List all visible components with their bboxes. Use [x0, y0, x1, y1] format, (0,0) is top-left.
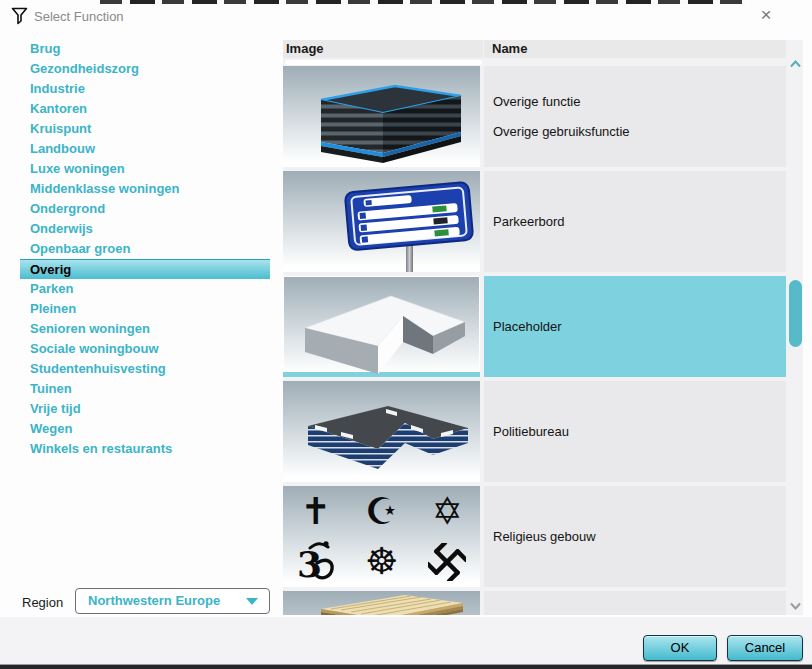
function-name-cell: Placeholder — [484, 276, 786, 377]
function-name-label: Parkeerbord — [493, 214, 786, 229]
sidebar-item-onderwijs[interactable]: Onderwijs — [20, 219, 270, 239]
function-name-cell: Religieus gebouw — [484, 486, 786, 587]
religious-symbol-icon: ☸ — [349, 537, 415, 588]
religious-symbol-icon: ☪ — [349, 486, 415, 537]
region-value: Northwestern Europe — [88, 593, 220, 608]
sidebar-item-openbaar-groen[interactable]: Openbaar groen — [20, 239, 270, 259]
religious-symbol-icon: ✝ — [283, 486, 349, 537]
wood-planks-icon — [283, 591, 480, 615]
function-name-cell: Parkeerbord — [484, 171, 786, 272]
function-name-cell — [484, 591, 786, 615]
placeholder-wedge-icon — [283, 276, 480, 377]
religious-symbol-icon: ✡ — [414, 486, 480, 537]
function-name-label: Politiebureau — [493, 424, 786, 439]
function-row-placeholder[interactable]: Placeholder — [283, 276, 786, 377]
sidebar-item-kruispunt[interactable]: Kruispunt — [20, 119, 270, 139]
filter-funnel-icon — [10, 6, 30, 26]
function-rows: Overige functieOverige gebruiksfunctie P… — [283, 66, 786, 615]
region-label: Region — [22, 595, 63, 610]
function-row-politiebureau[interactable]: Politiebureau — [283, 381, 786, 482]
sidebar-item-studentenhuisvesting[interactable]: Studentenhuisvesting — [20, 359, 270, 379]
scroll-down-icon[interactable] — [789, 602, 802, 610]
function-name-cell: Politiebureau — [484, 381, 786, 482]
dialog-title: Select Function — [34, 9, 124, 24]
function-row-parkeerbord[interactable]: Parkeerbord — [283, 171, 786, 272]
cancel-button[interactable]: Cancel — [727, 635, 803, 661]
vertical-scrollbar[interactable] — [788, 40, 803, 615]
sidebar-item-ondergrond[interactable]: Ondergrond — [20, 199, 270, 219]
sidebar-item-landbouw[interactable]: Landbouw — [20, 139, 270, 159]
sidebar-item-overig[interactable]: Overig — [20, 259, 270, 279]
function-row-partial[interactable] — [283, 591, 786, 615]
religious-symbols-icon: ✝☪✡ 3 ☸ — [283, 486, 480, 587]
sidebar-item-pleinen[interactable]: Pleinen — [20, 299, 270, 319]
function-name-label: Overige gebruiksfunctie — [493, 124, 786, 139]
horizontal-scrollbar[interactable] — [285, 60, 482, 65]
column-header-image[interactable]: Image — [283, 40, 483, 58]
scroll-up-icon[interactable] — [789, 60, 802, 68]
close-icon[interactable]: × — [752, 3, 780, 27]
sidebar-item-parken[interactable]: Parken — [20, 279, 270, 299]
sidebar-item-vrije-tijd[interactable]: Vrije tijd — [20, 399, 270, 419]
sidebar-item-industrie[interactable]: Industrie — [20, 79, 270, 99]
sidebar-item-tuinen[interactable]: Tuinen — [20, 379, 270, 399]
category-list: BrugGezondheidszorgIndustrieKantorenKrui… — [20, 39, 270, 459]
function-name-label: Placeholder — [493, 319, 786, 334]
function-name-label: Religieus gebouw — [493, 529, 786, 544]
function-row-religieus-gebouw[interactable]: ✝☪✡ 3 ☸ Religieus gebouw — [283, 486, 786, 587]
function-table: Image Name Overige functieOverige gebrui… — [283, 40, 803, 615]
background-app-edge — [0, 664, 812, 669]
function-name-cell: Overige functieOverige gebruiksfunctie — [484, 66, 786, 167]
ok-button[interactable]: OK — [643, 635, 717, 661]
function-name-label: Overige functie — [493, 94, 786, 109]
sidebar-item-sociale-woningbouw[interactable]: Sociale woningbouw — [20, 339, 270, 359]
sidebar-item-kantoren[interactable]: Kantoren — [20, 99, 270, 119]
sidebar-item-wegen[interactable]: Wegen — [20, 419, 270, 439]
sidebar-item-gezondheidszorg[interactable]: Gezondheidszorg — [20, 59, 270, 79]
religious-symbol-icon: 3 — [283, 537, 349, 588]
sidebar-item-winkels-en-restaurants[interactable]: Winkels en restaurants — [20, 439, 270, 459]
function-row-overige-functie[interactable]: Overige functieOverige gebruiksfunctie — [283, 66, 786, 167]
sidebar-item-senioren-woningen[interactable]: Senioren woningen — [20, 319, 270, 339]
office-building-icon — [283, 66, 480, 167]
sidebar-item-brug[interactable]: Brug — [20, 39, 270, 59]
religious-symbols-icon: ✝☪✡ 3 ☸ — [283, 486, 480, 587]
parking-sign-icon — [283, 171, 480, 272]
sidebar-item-luxe-woningen[interactable]: Luxe woningen — [20, 159, 270, 179]
select-function-dialog: Select Function × BrugGezondheidszorgInd… — [0, 0, 812, 669]
chevron-down-icon — [246, 598, 258, 605]
police-station-icon — [283, 381, 480, 482]
scrollbar-thumb[interactable] — [789, 280, 802, 347]
obscured-background-text — [100, 0, 745, 4]
religious-symbol-icon — [414, 537, 480, 588]
sidebar-item-middenklasse-woningen[interactable]: Middenklasse woningen — [20, 179, 270, 199]
column-header-name[interactable]: Name — [484, 40, 786, 58]
region-dropdown[interactable]: Northwestern Europe — [75, 588, 270, 614]
